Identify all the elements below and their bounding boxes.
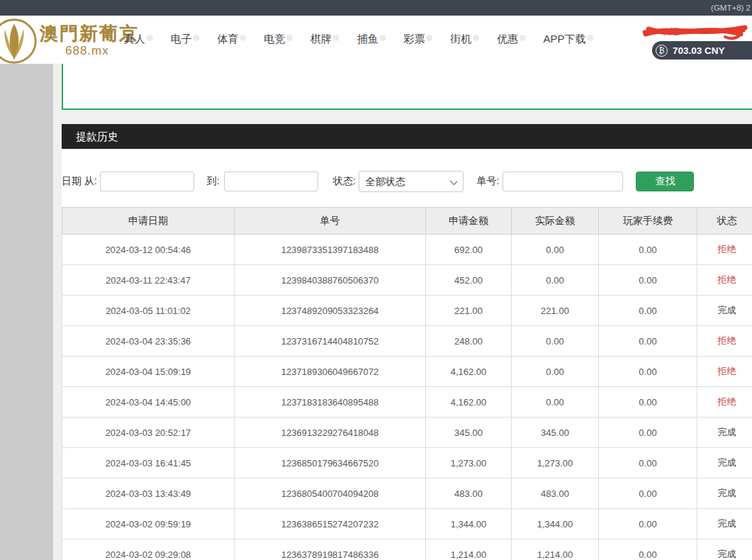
status-select[interactable]: 全部状态 — [359, 171, 464, 192]
nav-dropdown-circle-icon: ◎ — [473, 33, 479, 41]
cell-player-fee: 0.00 — [599, 448, 697, 478]
cell-player-fee: 0.00 — [599, 478, 697, 509]
cell-actual-amount: 0.00 — [512, 235, 599, 265]
search-button[interactable]: 查找 — [636, 172, 694, 191]
cell-status: 完成 — [697, 478, 752, 509]
cell-status: 拒绝 — [697, 235, 752, 265]
nav-dropdown-circle-icon: ◎ — [520, 33, 526, 41]
table-header-cell: 申请金额 — [426, 208, 512, 235]
nav-dropdown-circle-icon: ◎ — [240, 33, 246, 41]
cell-actual-amount: 0.00 — [512, 357, 599, 387]
bitcoin-icon: ₿ — [656, 45, 668, 57]
cell-date: 2024-03-04 15:09:19 — [62, 357, 235, 387]
main-nav: 真人◎ 电子◎ 体育◎ 电竞◎ 棋牌◎ 捕鱼◎ 彩票◎ — [124, 33, 593, 46]
cell-status: 拒绝 — [697, 357, 752, 387]
cell-status: 拒绝 — [697, 387, 752, 418]
nav-item[interactable]: 棋牌◎ — [310, 33, 339, 46]
cell-request-amount: 221.00 — [426, 296, 512, 326]
cell-order-no: 1236378919817486336 — [235, 539, 426, 560]
site-header: 澳門新葡京 688.mx 真人◎ 电子◎ 体育◎ 电竞◎ 棋牌◎ — [0, 16, 752, 64]
nav-item[interactable]: 电竞◎ — [264, 33, 293, 46]
cell-request-amount: 1,344.00 — [426, 509, 512, 539]
cell-request-amount: 248.00 — [426, 326, 512, 357]
date-from-input[interactable] — [100, 172, 194, 191]
order-no-input[interactable] — [503, 172, 623, 191]
cell-player-fee: 0.00 — [599, 357, 697, 387]
cell-date: 2024-03-11 22:43:47 — [62, 265, 235, 296]
nav-item[interactable]: 体育◎ — [217, 33, 246, 46]
cell-actual-amount: 345.00 — [512, 418, 599, 448]
top-bar: (GMT+8) 2 — [0, 0, 752, 16]
cell-actual-amount: 0.00 — [512, 265, 599, 296]
cell-player-fee: 0.00 — [599, 387, 697, 418]
nav-dropdown-circle-icon: ◎ — [588, 33, 594, 41]
nav-dropdown-circle-icon: ◎ — [147, 33, 153, 41]
cell-order-no: 1237183183640895488 — [235, 387, 426, 418]
cell-player-fee: 0.00 — [599, 296, 697, 326]
cell-actual-amount: 0.00 — [512, 387, 599, 418]
cell-order-no: 1236805400704094208 — [235, 478, 426, 509]
cell-player-fee: 0.00 — [599, 418, 697, 448]
balance-pill[interactable]: ₿ 703.03 CNY — [652, 41, 752, 60]
cell-player-fee: 0.00 — [599, 326, 697, 357]
cell-request-amount: 4,162.00 — [426, 387, 512, 418]
nav-item[interactable]: 电子◎ — [171, 33, 200, 46]
cell-order-no: 1237316714404810752 — [235, 326, 426, 357]
cell-status: 拒绝 — [697, 326, 752, 357]
cell-request-amount: 4,162.00 — [426, 357, 512, 387]
cell-order-no: 1239840388760506370 — [235, 265, 426, 296]
site-logo[interactable]: 澳門新葡京 688.mx — [0, 16, 120, 64]
logo-domain: 688.mx — [65, 44, 109, 58]
table-row: 2024-03-04 14:45:00 1237183183640895488 … — [62, 387, 752, 418]
cell-request-amount: 692.00 — [426, 235, 512, 265]
cell-date: 2024-03-03 16:41:45 — [62, 448, 235, 478]
timezone-label: (GMT+8) 2 — [711, 0, 751, 16]
lotus-emblem-icon — [0, 17, 38, 65]
cell-request-amount: 345.00 — [426, 418, 512, 448]
nav-item[interactable]: 捕鱼◎ — [357, 33, 386, 46]
cell-date: 2024-03-04 14:45:00 — [62, 387, 235, 418]
table-row: 2024-03-03 13:43:49 1236805400704094208 … — [62, 478, 752, 509]
table-header-cell: 状态 — [697, 208, 752, 235]
nav-item[interactable]: APP下载◎ — [544, 33, 594, 46]
nav-item[interactable]: 彩票◎ — [403, 33, 432, 46]
table-header-cell: 单号 — [235, 208, 426, 235]
nav-item[interactable]: 真人◎ — [124, 33, 153, 46]
withdraw-form-panel — [62, 64, 752, 110]
cell-date: 2024-03-03 13:43:49 — [62, 478, 235, 509]
history-section: 日期 从: 到: 状态: 全部状态 单号: 查找 申请日期 — [62, 149, 752, 560]
order-no-label: 单号: — [477, 175, 500, 188]
table-row: 2024-03-02 09:29:08 1236378919817486336 … — [62, 539, 752, 560]
cell-actual-amount: 1,344.00 — [512, 509, 599, 539]
nav-item[interactable]: 街机◎ — [450, 33, 479, 46]
table-header-cell: 玩家手续费 — [599, 208, 697, 235]
date-to-input[interactable] — [224, 172, 318, 191]
chevron-down-icon — [449, 178, 456, 185]
cell-order-no: 1236913229276418048 — [235, 418, 426, 448]
withdraw-history-table: 申请日期 单号 申请金额 实际金额 玩家手续费 状态 — [62, 207, 752, 560]
nav-item[interactable]: 优惠◎ — [497, 33, 526, 46]
cell-date: 2024-03-05 11:01:02 — [62, 296, 235, 326]
table-row: 2024-03-02 09:59:19 1236386515274207232 … — [62, 509, 752, 539]
content-area: 提款历史 日期 从: 到: 状态: 全部状态 单号: 查找 — [0, 64, 752, 560]
table-row: 2024-03-03 16:41:45 1236850179634667520 … — [62, 448, 752, 478]
table-row: 2024-03-03 20:52:17 1236913229276418048 … — [62, 418, 752, 448]
cell-actual-amount: 0.00 — [512, 326, 599, 357]
cell-actual-amount: 1,273.00 — [512, 448, 599, 478]
date-from-label: 日期 从: — [62, 175, 97, 188]
cell-order-no: 1236850179634667520 — [235, 448, 426, 478]
nav-dropdown-circle-icon: ◎ — [193, 33, 200, 41]
nav-dropdown-circle-icon: ◎ — [333, 33, 339, 41]
cell-status: 完成 — [697, 296, 752, 326]
table-row: 2024-03-04 15:09:19 1237189306049667072 … — [62, 357, 752, 387]
cell-date: 2024-03-03 20:52:17 — [62, 418, 235, 448]
cell-status: 完成 — [697, 539, 752, 560]
cell-actual-amount: 1,214.00 — [512, 539, 599, 560]
nav-dropdown-circle-icon: ◎ — [286, 33, 293, 41]
cell-request-amount: 1,273.00 — [426, 448, 512, 478]
table-row: 2024-03-11 22:43:47 1239840388760506370 … — [62, 265, 752, 296]
table-header-cell: 申请日期 — [62, 208, 235, 235]
cell-order-no: 1237489209053323264 — [235, 296, 426, 326]
cell-player-fee: 0.00 — [599, 235, 697, 265]
cell-actual-amount: 483.00 — [512, 478, 599, 509]
